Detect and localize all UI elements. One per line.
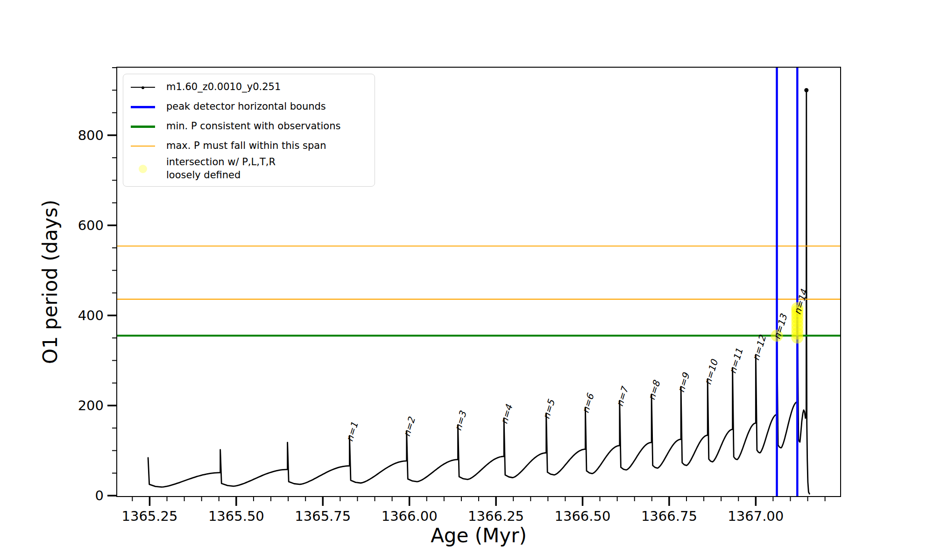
x-tick-label: 1365.25 [121, 508, 177, 524]
annotation-n-9: n=9 [675, 371, 692, 394]
y-tick-label: 200 [78, 398, 104, 413]
legend-line-icon [131, 87, 155, 88]
annotation-n-4: n=4 [498, 403, 515, 426]
x-tick-label: 1366.00 [382, 508, 438, 524]
y-tick-label: 0 [95, 488, 104, 504]
y-tick-label: 600 [78, 217, 104, 233]
figure-canvas: n=1n=2n=3n=4n=5n=6n=7n=8n=9n=10n=11n=12n… [0, 0, 934, 560]
legend-row-5: intersection w/ P,L,T,R loosely defined [128, 156, 370, 182]
y-axis-label: O1 period (days) [39, 200, 62, 364]
legend-line-swatch [128, 126, 158, 128]
legend-row-2: peak detector horizontal bounds [128, 97, 370, 117]
legend-row-1: m1.60_z0.0010_y0.251 [128, 77, 370, 97]
x-tick-label: 1366.75 [641, 508, 697, 524]
legend-line-icon [131, 106, 155, 108]
annotation-n-6: n=6 [580, 392, 596, 415]
x-tick-label: 1366.50 [555, 508, 611, 524]
legend-line-swatch [128, 87, 158, 88]
legend-line-icon [131, 146, 155, 147]
legend-row-4: max. P must fall within this span [128, 136, 370, 156]
legend-label: max. P must fall within this span [166, 140, 326, 153]
annotation-n-1: n=1 [344, 421, 360, 443]
legend-label: intersection w/ P,L,T,R loosely defined [166, 156, 276, 182]
x-tick-label: 1366.25 [468, 508, 524, 524]
intersection-marker-icon [139, 165, 147, 173]
annotation-n-3: n=3 [452, 409, 469, 432]
annotation-n-11: n=11 [727, 347, 745, 375]
legend-label: min. P consistent with observations [166, 120, 340, 133]
x-tick-label: 1365.75 [295, 508, 351, 524]
legend-dot-marker-icon [142, 86, 144, 89]
legend-circle-swatch [128, 165, 158, 173]
y-tick-label: 800 [78, 127, 104, 143]
annotation-n-14: n=14 [792, 287, 810, 316]
y-tick-label: 400 [78, 308, 104, 323]
annotation-n-12: n=12 [750, 334, 768, 362]
annotation-n-2: n=2 [401, 415, 418, 438]
annotation-n-7: n=7 [614, 385, 631, 408]
annotation-n-5: n=5 [540, 398, 557, 420]
x-tick-label: 1365.50 [208, 508, 264, 524]
legend-row-3: min. P consistent with observations [128, 117, 370, 136]
legend-line-icon [131, 126, 155, 128]
legend-label: m1.60_z0.0010_y0.251 [166, 81, 281, 94]
x-tick-label: 1367.00 [728, 508, 784, 524]
legend-label: peak detector horizontal bounds [166, 100, 326, 113]
annotation-n-10: n=10 [702, 357, 721, 386]
annotation-n-8: n=8 [646, 378, 663, 402]
legend: m1.60_z0.0010_y0.251peak detector horizo… [123, 74, 375, 187]
legend-line-swatch [128, 106, 158, 108]
series-end-marker-dot [804, 88, 808, 92]
legend-line-swatch [128, 146, 158, 147]
x-axis-label: Age (Myr) [431, 524, 527, 547]
